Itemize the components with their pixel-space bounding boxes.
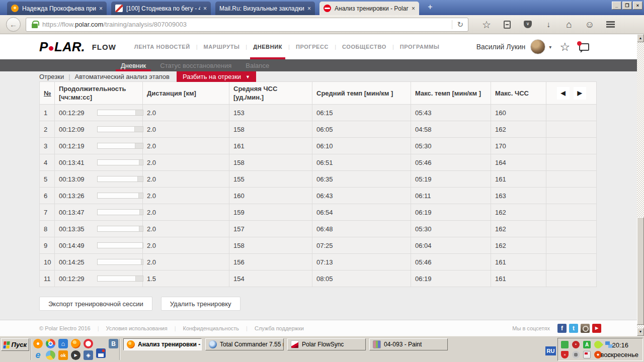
- pocket-icon[interactable]: ∨: [523, 20, 533, 30]
- camera-tray-icon[interactable]: [572, 351, 580, 358]
- diary-favicon: [115, 5, 123, 12]
- split-to-laps-button[interactable]: Разбить на отрезки▼: [177, 71, 256, 82]
- menu-item-2[interactable]: МАРШРУТЫ: [198, 34, 246, 59]
- bookmarks-icon[interactable]: [502, 20, 512, 30]
- chevron-down-icon[interactable]: ▾: [549, 44, 551, 50]
- menu-item-3[interactable]: ДНЕВНИК: [247, 34, 288, 59]
- prev-columns-button[interactable]: ◀: [557, 87, 570, 100]
- downloads-icon[interactable]: ↓: [543, 20, 553, 30]
- browser-tab[interactable]: Mail.Ru: Визуальные закладки×: [215, 2, 315, 15]
- lap-duration: 00:12:29: [55, 270, 143, 287]
- minimize-button[interactable]: _: [612, 2, 621, 10]
- keyboard-tray-icon[interactable]: [561, 341, 569, 348]
- agent-tray-icon[interactable]: *: [572, 341, 580, 348]
- task-button-total-commander[interactable]: Total Commander 7.55 r...: [205, 338, 284, 350]
- tab-close-icon[interactable]: ×: [412, 5, 415, 12]
- save-icon[interactable]: [96, 348, 106, 358]
- back-button[interactable]: ←: [6, 17, 21, 32]
- close-button[interactable]: ×: [633, 2, 642, 10]
- table-row: 500:13:092.015506:3505:19161: [40, 171, 597, 188]
- task-button-firefox[interactable]: Анализ тренировки - ...: [123, 338, 202, 350]
- opera-icon[interactable]: [84, 339, 93, 348]
- export-session-button[interactable]: Экспорт тренировочной сессии: [39, 297, 152, 311]
- lap-avg-pace: 06:48: [312, 221, 411, 237]
- subnav-item-3[interactable]: Balance: [238, 59, 276, 71]
- shield-tray-icon[interactable]: ×: [561, 351, 569, 358]
- twitter-icon[interactable]: t: [569, 324, 578, 333]
- footer-link[interactable]: Конфиденциальность: [183, 325, 239, 331]
- abbyy-tray-icon[interactable]: A: [583, 341, 591, 348]
- instagram-icon[interactable]: [581, 324, 590, 333]
- lap-extra: [546, 204, 597, 221]
- menu-item-4[interactable]: ПРОГРЕСС: [290, 34, 335, 59]
- language-indicator[interactable]: RU: [545, 346, 556, 355]
- favorites-star-icon[interactable]: ☆: [559, 42, 570, 52]
- bookmark-star-icon[interactable]: ☆: [481, 20, 492, 30]
- mail-home-icon[interactable]: ⌂: [58, 339, 68, 348]
- browser-tab[interactable]: Анализ тренировки - Polar F...×: [319, 2, 419, 15]
- amigo-icon[interactable]: [33, 339, 43, 348]
- tab-close-icon[interactable]: ×: [203, 5, 207, 12]
- browser-tab[interactable]: Надежда Прокофьева приг...×: [7, 2, 107, 15]
- menu-item-6[interactable]: ПРОГРАММЫ: [394, 34, 446, 59]
- lap-max-hr: 161: [491, 171, 546, 188]
- view-tab-1[interactable]: Отрезки: [39, 73, 64, 80]
- menu-icon[interactable]: [605, 20, 615, 30]
- lap-duration: 00:12:19: [55, 138, 143, 154]
- tab-close-icon[interactable]: ×: [307, 5, 311, 12]
- clock-time: 20:16: [612, 341, 628, 349]
- duration-bar: [97, 226, 143, 232]
- restore-button[interactable]: ❐: [622, 2, 632, 10]
- duration-bar-fill: [98, 176, 138, 182]
- scroll-down-arrow[interactable]: ▼: [637, 328, 644, 336]
- lap-avg-pace: 06:05: [312, 121, 411, 138]
- menu-item-1[interactable]: ЛЕНТА НОВОСТЕЙ: [128, 34, 196, 59]
- subnav-item-2[interactable]: Статус восстановления: [153, 59, 238, 71]
- view-tab-2[interactable]: Автоматический анализ этапов: [75, 73, 170, 80]
- notifications-icon[interactable]: [579, 43, 589, 51]
- subnav-item-1[interactable]: Дневник: [114, 59, 153, 71]
- task-button-paint[interactable]: 04-093 - Paint: [369, 338, 448, 350]
- start-button[interactable]: Пуск: [1, 338, 29, 351]
- odnoklassniki-icon[interactable]: ok: [58, 350, 68, 360]
- new-tab-button[interactable]: +: [424, 2, 437, 14]
- lap-avg-hr: 157: [229, 221, 312, 237]
- lap-avg-hr: 155: [229, 171, 312, 188]
- internet-explorer-icon[interactable]: e: [33, 350, 43, 360]
- address-bar[interactable]: https://flow.polar.com/training/analysis…: [26, 18, 468, 32]
- disk-tray-icon[interactable]: [583, 351, 591, 358]
- scroll-up-arrow[interactable]: ▲: [637, 34, 644, 42]
- avatar[interactable]: [530, 39, 545, 54]
- scrollbar-thumb[interactable]: [637, 217, 644, 325]
- lap-number: 2: [40, 121, 55, 138]
- firefox-icon[interactable]: [71, 339, 80, 348]
- chrome-icon[interactable]: [46, 339, 55, 348]
- maps-icon[interactable]: [46, 350, 55, 360]
- delete-training-button[interactable]: Удалить тренировку: [161, 297, 240, 311]
- table-row: 1000:14:252.015607:1305:46161: [40, 254, 597, 270]
- menu-item-5[interactable]: СООБЩЕСТВО: [336, 34, 392, 59]
- player-icon[interactable]: ▶: [71, 350, 80, 360]
- lap-distance: 2.0: [143, 105, 229, 121]
- logo-red-dot: ●: [48, 42, 54, 53]
- facebook-icon[interactable]: f: [557, 324, 567, 333]
- hello-icon[interactable]: ☺: [585, 20, 595, 30]
- user-name[interactable]: Василий Лукин: [476, 43, 526, 51]
- main-menu: ЛЕНТА НОВОСТЕЙ|МАРШРУТЫ|ДНЕВНИК|ПРОГРЕСС…: [128, 34, 446, 59]
- lime-tray-icon[interactable]: [593, 339, 603, 350]
- next-columns-button[interactable]: ▶: [574, 87, 586, 100]
- duration-bar-fill: [98, 210, 140, 215]
- lap-extra: [546, 154, 597, 171]
- footer-link[interactable]: Служба поддержки: [255, 325, 304, 331]
- tab-close-icon[interactable]: ×: [99, 5, 103, 12]
- footer-link[interactable]: Условия использования: [106, 325, 168, 331]
- youtube-icon[interactable]: ▶: [592, 324, 601, 333]
- browser-tab[interactable]: [100] Стодневка по бегу - 4...×: [111, 2, 211, 15]
- page-scrollbar[interactable]: ▲ ▼: [637, 34, 644, 336]
- app-icon[interactable]: ◈: [84, 350, 93, 360]
- task-button-flowsync[interactable]: Polar FlowSync: [287, 338, 366, 350]
- polar-logo[interactable]: P●LAR.: [39, 39, 85, 55]
- reload-icon[interactable]: ↻: [452, 20, 463, 29]
- home-icon[interactable]: ⌂: [564, 20, 574, 30]
- vk-icon[interactable]: В: [109, 339, 118, 348]
